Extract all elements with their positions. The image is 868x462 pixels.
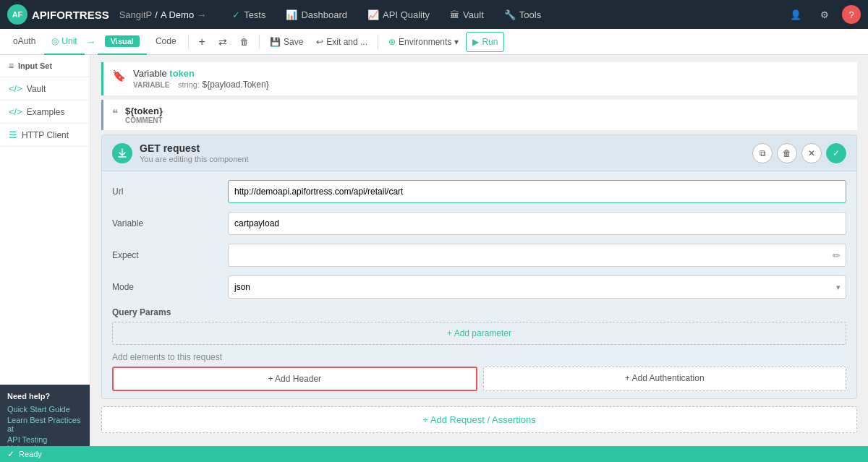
- breadcrumb-project[interactable]: A Demo: [161, 9, 194, 20]
- swap-button[interactable]: ⇄: [213, 32, 233, 52]
- sidebar-header: ≡ Input Set: [0, 55, 90, 77]
- get-request-header: GET request You are editing this compone…: [102, 135, 856, 171]
- status-check-icon: ✓: [7, 449, 14, 459]
- add-header-button[interactable]: + Add Header: [112, 367, 477, 391]
- mode-row: Mode json xml text ▾: [112, 274, 846, 300]
- exit-icon: ↩: [316, 37, 323, 47]
- sidebar-item-http-client[interactable]: ☰ HTTP Client: [0, 124, 90, 147]
- variable-row: Variable: [112, 210, 846, 236]
- environments-button[interactable]: ⊕ Environments ▾: [383, 32, 464, 52]
- save-button[interactable]: 💾 Save: [264, 32, 309, 52]
- tab-arrow: →: [86, 36, 96, 48]
- get-form: Url Variable Expect ✏: [102, 171, 856, 398]
- vault-icon: </>: [9, 83, 22, 94]
- tab-unit[interactable]: ◎ Unit: [44, 29, 84, 55]
- tab-oauth[interactable]: oAuth: [6, 29, 43, 55]
- expect-label: Expect: [112, 250, 228, 260]
- mode-label: Mode: [112, 282, 228, 292]
- tab-visual[interactable]: Visual: [98, 29, 147, 55]
- delete-icon: 🗑: [240, 37, 249, 47]
- nav-right: 👤 ⚙ ?: [784, 3, 861, 26]
- add-auth-button[interactable]: + Add Authentication: [483, 367, 847, 391]
- cancel-button[interactable]: ✕: [801, 143, 822, 163]
- add-auth-label: + Add Authentication: [625, 373, 705, 383]
- nav-tests[interactable]: ✓ Tests: [224, 0, 274, 29]
- logo: AF APIFORTRESS: [7, 4, 109, 25]
- exit-label: Exit and ...: [326, 37, 367, 47]
- tab-code[interactable]: Code: [148, 29, 184, 55]
- edit-icon[interactable]: ✏: [833, 250, 841, 261]
- nav-vault[interactable]: 🏛 Vault: [441, 0, 493, 29]
- vault-nav-icon: 🏛: [450, 9, 459, 20]
- add-param-label: + Add parameter: [447, 328, 511, 338]
- expect-row: Expect ✏: [112, 242, 846, 268]
- help-link-2[interactable]: Learn Best Practices at: [7, 416, 82, 433]
- tab-unit-label: Unit: [61, 36, 77, 46]
- save-label: Save: [284, 37, 303, 47]
- environments-label: Environments: [399, 37, 451, 47]
- user-icon-btn[interactable]: 👤: [784, 3, 807, 26]
- add-button[interactable]: +: [193, 32, 211, 52]
- exit-button[interactable]: ↩ Exit and ...: [310, 32, 373, 52]
- api-quality-icon: 📈: [367, 9, 379, 20]
- toolbar-separator-1: [188, 35, 189, 49]
- examples-icon: </>: [9, 106, 22, 117]
- add-parameter-button[interactable]: + Add parameter: [112, 322, 846, 345]
- comment-icon: ❝: [112, 107, 118, 120]
- sidebar-http-label: HTTP Client: [22, 130, 69, 140]
- add-assertions-button[interactable]: + Add Request / Assertions: [101, 406, 857, 433]
- status-text: Ready: [19, 450, 42, 458]
- nav-api-quality[interactable]: 📈 API Quality: [359, 0, 438, 29]
- visual-badge: Visual: [105, 35, 140, 47]
- sidebar-vault-label: Vault: [27, 84, 46, 94]
- add-header-label: + Add Header: [268, 374, 321, 384]
- environments-chevron-icon: ▾: [454, 37, 459, 47]
- get-title-block: GET request You are editing this compone…: [140, 142, 249, 163]
- sidebar-examples-label: Examples: [27, 107, 65, 117]
- toolbar-separator-2: [259, 35, 260, 49]
- variable-name: token: [169, 68, 195, 79]
- menu-icon: ≡: [9, 61, 14, 71]
- variable-icon: 🔖: [112, 69, 126, 82]
- nav-dashboard[interactable]: 📊 Dashboard: [277, 0, 356, 29]
- status-bar: ✓ Ready: [0, 446, 868, 462]
- sidebar: ≡ Input Set </> Vault </> Examples ☰ HTT…: [0, 55, 90, 462]
- mode-select[interactable]: json xml text: [228, 275, 846, 299]
- tools-icon: 🔧: [504, 9, 516, 20]
- delete-button[interactable]: 🗑: [234, 32, 255, 52]
- help-title: Need help?: [7, 392, 82, 401]
- sidebar-item-vault[interactable]: </> Vault: [0, 77, 90, 100]
- dashboard-icon: 📊: [286, 9, 297, 20]
- content-inner: 🔖 Variable token VARIABLE string: ${payl…: [90, 55, 868, 440]
- nav-tools[interactable]: 🔧 Tools: [495, 0, 550, 29]
- comment-item: ❝ ${token} COMMENT: [101, 100, 857, 130]
- variable-name-row: Variable token: [133, 68, 848, 79]
- breadcrumb-arrow: →: [197, 9, 206, 20]
- sidebar-item-examples[interactable]: </> Examples: [0, 100, 90, 124]
- environments-icon: ⊕: [388, 37, 396, 47]
- tab-code-label: Code: [156, 36, 176, 46]
- help-icon-btn[interactable]: ?: [842, 5, 861, 24]
- run-icon: ▶: [472, 37, 479, 47]
- confirm-button[interactable]: ✓: [826, 143, 846, 163]
- trash-button[interactable]: 🗑: [777, 143, 797, 163]
- copy-button[interactable]: ⧉: [752, 143, 773, 163]
- url-row: Url: [112, 179, 846, 205]
- variable-input[interactable]: [228, 212, 846, 235]
- breadcrumb-separator: /: [155, 9, 158, 20]
- url-label: Url: [112, 187, 228, 197]
- run-button[interactable]: ▶ Run: [466, 32, 504, 52]
- toolbar: oAuth ◎ Unit → Visual Code + ⇄ 🗑 💾 Save …: [0, 29, 868, 55]
- comment-text: ${token}: [125, 106, 163, 116]
- add-elements-row: + Add Header + Add Authentication: [112, 367, 846, 391]
- variable-value: ${payload.Token}: [203, 80, 269, 90]
- get-subtitle: You are editing this component: [140, 155, 249, 163]
- variable-details: Variable token VARIABLE string: ${payloa…: [133, 68, 848, 90]
- expect-input[interactable]: [228, 244, 846, 267]
- get-title: GET request: [140, 142, 249, 154]
- breadcrumb: SangitP / A Demo →: [119, 9, 206, 20]
- settings-icon-btn[interactable]: ⚙: [813, 3, 836, 26]
- help-link-1[interactable]: Quick Start Guide: [7, 405, 82, 414]
- breadcrumb-user[interactable]: SangitP: [119, 9, 153, 20]
- url-input[interactable]: [228, 180, 846, 203]
